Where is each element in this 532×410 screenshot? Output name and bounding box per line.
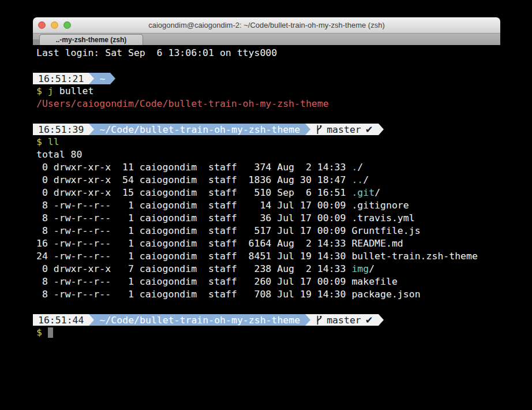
title-bar[interactable]: caiogondim@caiogondim-2: ~/Code/bullet-t… (33, 17, 500, 33)
prompt-directory: ~/Code/bullet-train-oh-my-zsh-theme (94, 124, 305, 135)
command-text: j (42, 85, 54, 96)
git-branch-name: master (327, 124, 361, 135)
ls-row: 8 -rw-r--r-- 1 caiogondim staff 517 Jul … (36, 225, 496, 237)
git-branch-name: master (327, 315, 361, 326)
jump-output-path: /Users/caiogondim/Code/bullet-train-oh-m… (36, 98, 496, 110)
prompt-time: 16:51:39 (33, 124, 89, 135)
directory-name: img (351, 263, 369, 274)
ls-row: 0 drwxr-xr-x 15 caiogondim staff 510 Sep… (36, 187, 496, 199)
powerline-arrow-icon (379, 314, 384, 326)
command-args: bullet (54, 85, 94, 96)
prompt-directory: ~/Code/bullet-train-oh-my-zsh-theme (94, 314, 305, 326)
command-line-2: $ ll (36, 136, 496, 148)
prompt-line-2: 16:51:39 ~/Code/bullet-train-oh-my-zsh-t… (33, 123, 496, 136)
powerline-arrow-icon (305, 314, 310, 326)
file-name: makefile (351, 276, 397, 287)
directory-name: . (351, 162, 357, 173)
tab-bar: ..-my-zsh-theme (zsh) (33, 33, 500, 46)
powerline-arrow-icon (305, 124, 310, 135)
last-login-line: Last login: Sat Sep 6 13:06:01 on ttys00… (36, 47, 496, 59)
file-name: Gruntfile.js (351, 225, 420, 236)
powerline-arrow-icon (89, 314, 94, 326)
prompt-line-3: 16:51:44 ~/Code/bullet-train-oh-my-zsh-t… (33, 314, 496, 326)
command-line-1: $ j bullet (36, 85, 496, 98)
prompt-symbol: $ (36, 85, 42, 96)
window-title: caiogondim@caiogondim-2: ~/Code/bullet-t… (33, 17, 500, 33)
powerline-arrow-icon (379, 124, 384, 135)
powerline-arrow-icon (89, 73, 94, 84)
ls-row: 8 -rw-r--r-- 1 caiogondim staff 708 Jul … (36, 288, 496, 301)
git-clean-check-icon: ✔ (365, 124, 373, 135)
ls-row: 8 -rw-r--r-- 1 caiogondim staff 14 Jul 1… (36, 199, 496, 212)
prompt-symbol: $ (36, 327, 42, 338)
git-clean-check-icon: ✔ (365, 315, 373, 326)
terminal-screen[interactable]: Last login: Sat Sep 6 13:06:01 on ttys00… (33, 45, 500, 410)
ls-row: 8 -rw-r--r-- 1 caiogondim staff 36 Jul 1… (36, 212, 496, 225)
directory-name: .git (351, 187, 374, 198)
tab-shell[interactable]: ..-my-zsh-theme (zsh) (39, 34, 143, 45)
command-text: ll (42, 136, 59, 147)
file-name: package.json (351, 289, 420, 300)
prompt-symbol: $ (36, 136, 42, 147)
file-name: .travis.yml (351, 213, 414, 223)
command-line-3[interactable]: $ (36, 326, 496, 339)
file-name: bullet-train.zsh-theme (351, 251, 478, 262)
file-name: .gitignore (351, 200, 409, 211)
prompt-line-1: 16:51:21 ~ (33, 72, 496, 85)
blank-line (36, 59, 496, 72)
ls-row: 0 drwxr-xr-x 54 caiogondim staff 1836 Au… (36, 174, 496, 187)
ls-row: 24 -rw-r--r-- 1 caiogondim staff 8451 Ju… (36, 250, 496, 263)
powerline-arrow-icon (110, 73, 115, 84)
terminal-window: caiogondim@caiogondim-2: ~/Code/bullet-t… (33, 17, 500, 410)
ls-row: 0 drwxr-xr-x 7 caiogondim staff 238 Aug … (36, 263, 496, 275)
ls-total-line: total 80 (36, 148, 496, 161)
tab-bar-corner (33, 39, 39, 45)
ls-row: 0 drwxr-xr-x 11 caiogondim staff 374 Aug… (36, 161, 496, 174)
blank-line (36, 110, 496, 123)
ls-row: 8 -rw-r--r-- 1 caiogondim staff 260 Jul … (36, 275, 496, 288)
git-branch-icon (316, 315, 323, 325)
prompt-time: 16:51:44 (33, 314, 89, 326)
prompt-time: 16:51:21 (33, 73, 89, 84)
directory-name: .. (351, 174, 363, 185)
ls-row: 16 -rw-r--r-- 1 caiogondim staff 6164 Au… (36, 237, 496, 250)
prompt-directory: ~ (94, 73, 110, 84)
prompt-git-segment: master ✔ (310, 314, 378, 326)
powerline-arrow-icon (89, 124, 94, 135)
blank-line (36, 301, 496, 314)
prompt-git-segment: master ✔ (310, 124, 378, 135)
file-name: README.md (351, 238, 403, 249)
terminal-cursor (48, 327, 53, 338)
git-branch-icon (316, 125, 323, 135)
